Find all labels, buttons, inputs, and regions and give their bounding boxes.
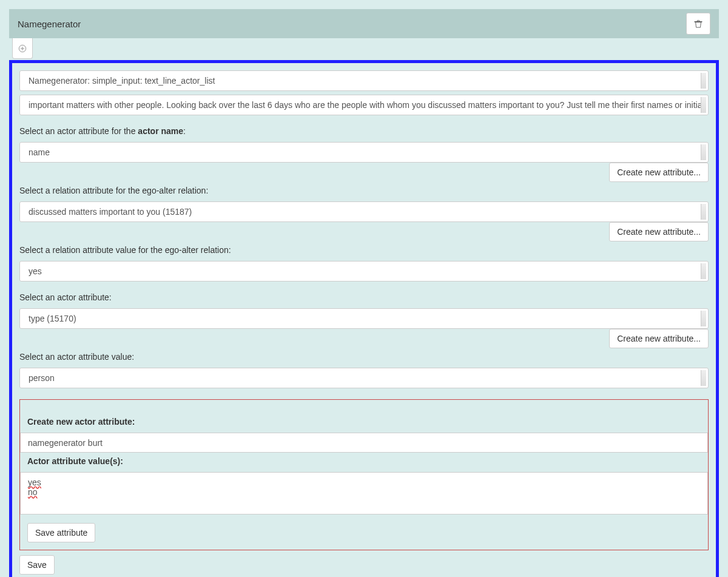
panel-title: Namegenerator — [18, 19, 81, 29]
actor-name-select[interactable]: name — [19, 142, 709, 163]
relation-value-label: Select a relation attribute value for th… — [19, 245, 709, 255]
actor-name-label-bold: actor name — [138, 126, 183, 136]
create-attribute-button-2[interactable]: Create new attribute... — [609, 222, 709, 241]
prompt-text-wrapper: important matters with other people. Loo… — [19, 95, 709, 115]
generator-type-select-wrapper: Namegenerator: simple_input: text_line_a… — [19, 70, 709, 91]
relation-attribute-select[interactable]: discussed matters important to you (1518… — [19, 201, 709, 222]
textarea-line-2: no — [28, 487, 38, 497]
actor-name-label-suffix: : — [183, 126, 186, 136]
actor-name-label: Select an actor attribute for the actor … — [19, 126, 709, 136]
create-attr-name-input[interactable] — [20, 433, 708, 453]
create-attr-title: Create new actor attribute: — [27, 417, 701, 427]
actor-attr-label: Select an actor attribute: — [19, 292, 709, 302]
generator-type-value: Namegenerator: simple_input: text_line_a… — [29, 76, 215, 86]
actor-name-label-prefix: Select an actor attribute for the — [19, 126, 138, 136]
save-button[interactable]: Save — [19, 555, 55, 575]
actor-attr-value-value: person — [29, 373, 55, 383]
create-attribute-button-1[interactable]: Create new attribute... — [609, 163, 709, 182]
create-attribute-button-3[interactable]: Create new attribute... — [609, 329, 709, 348]
add-tab-button[interactable] — [12, 38, 33, 59]
relation-attribute-value: discussed matters important to you (1518… — [29, 207, 192, 217]
panel-header: Namegenerator — [9, 9, 719, 38]
actor-attr-select[interactable]: type (15170) — [19, 308, 709, 329]
prompt-text-value: important matters with other people. Loo… — [29, 100, 702, 110]
main-form-frame: Namegenerator: simple_input: text_line_a… — [9, 60, 719, 577]
textarea-line-1: yes — [28, 477, 41, 487]
relation-value-select[interactable]: yes — [19, 261, 709, 282]
create-attr-values-label: Actor attribute value(s): — [27, 456, 701, 466]
relation-value-value: yes — [29, 266, 42, 276]
create-attr-values-textarea[interactable]: yesno — [20, 472, 708, 515]
delete-button[interactable] — [686, 13, 710, 35]
create-attribute-panel: Create new actor attribute: Actor attrib… — [19, 399, 709, 550]
actor-attr-value-label: Select an actor attribute value: — [19, 352, 709, 362]
trash-icon — [694, 19, 703, 28]
plus-circle-icon — [18, 44, 27, 53]
actor-attr-value: type (15170) — [29, 314, 76, 323]
actor-name-value: name — [29, 147, 50, 157]
prompt-text-input[interactable]: important matters with other people. Loo… — [19, 95, 709, 115]
relation-attribute-label: Select a relation attribute for the ego-… — [19, 186, 709, 195]
generator-type-select[interactable]: Namegenerator: simple_input: text_line_a… — [19, 70, 709, 91]
save-attribute-button[interactable]: Save attribute — [27, 523, 95, 542]
actor-attr-value-select[interactable]: person — [19, 368, 709, 388]
tab-row — [9, 38, 719, 59]
